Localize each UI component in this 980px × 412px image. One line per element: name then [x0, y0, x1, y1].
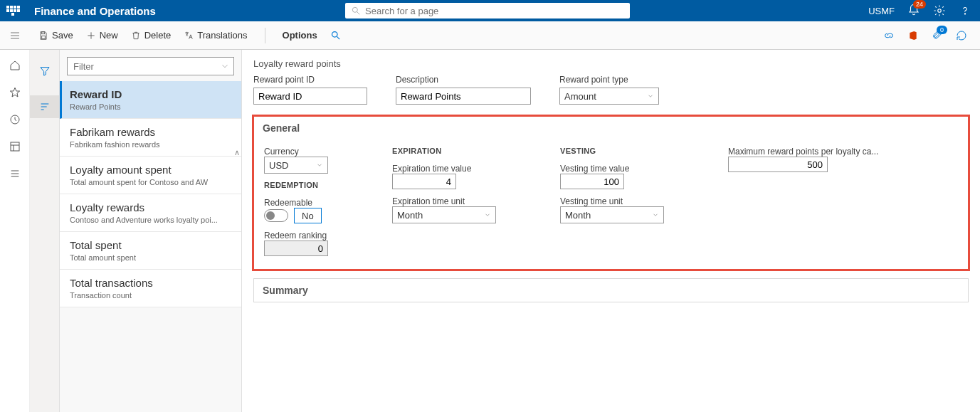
action-pane: Save New Delete Translations Options 0 — [0, 21, 980, 50]
nav-rail — [0, 50, 30, 412]
app-title: Finance and Operations — [34, 5, 156, 17]
sort-icon — [39, 101, 51, 112]
vest-time-value-label: Vesting time value — [560, 164, 664, 174]
vesting-group-head: VESTING — [560, 147, 664, 155]
attachments-button[interactable]: 0 — [932, 28, 943, 42]
options-tab[interactable]: Options — [283, 30, 317, 41]
chevron-down-icon — [316, 162, 323, 169]
list-item-sub: Reward Points — [70, 102, 231, 111]
global-search-input[interactable] — [365, 6, 624, 16]
recent-icon[interactable] — [9, 114, 21, 125]
list-item-sub: Transaction count — [70, 291, 231, 300]
star-icon[interactable] — [9, 87, 21, 98]
max-points-label: Maximum reward points per loyalty ca... — [728, 147, 878, 157]
reward-point-type-label: Reward point type — [559, 75, 659, 85]
reward-point-id-input[interactable] — [253, 88, 367, 105]
exp-time-unit-select[interactable]: Month — [392, 206, 496, 223]
chevron-down-icon — [220, 61, 230, 71]
svg-line-1 — [357, 12, 360, 15]
list-item[interactable]: Total spent Total amount spent — [60, 232, 241, 270]
redeemable-value: No — [294, 208, 322, 223]
svg-point-0 — [352, 7, 357, 12]
delete-label: Delete — [144, 30, 172, 41]
svg-rect-7 — [42, 31, 45, 33]
reward-point-type-select[interactable]: Amount — [559, 88, 659, 105]
currency-label: Currency — [264, 147, 328, 157]
list-item-title: Reward ID — [70, 88, 231, 100]
list-item[interactable]: Fabrikam rewards Fabrikam fashion reward… — [60, 119, 241, 157]
exp-time-value-label: Expiration time value — [392, 164, 496, 174]
translations-label: Translations — [197, 30, 247, 41]
svg-line-12 — [337, 36, 339, 39]
hamburger-icon[interactable] — [9, 30, 21, 41]
svg-rect-14 — [11, 142, 19, 151]
redeem-ranking-input[interactable] — [264, 241, 328, 256]
home-icon[interactable] — [9, 60, 21, 71]
form-content: Loyalty reward points Reward point ID De… — [242, 50, 980, 412]
list-item-title: Loyalty rewards — [70, 201, 231, 213]
vest-time-unit-label: Vesting time unit — [560, 196, 664, 206]
gear-icon[interactable] — [933, 4, 946, 17]
list-item-sub: Fabrikam fashion rewards — [70, 140, 231, 149]
chevron-down-icon — [647, 93, 654, 100]
record-list: Reward ID Reward Points Fabrikam rewards… — [60, 81, 241, 412]
expiration-group-head: EXPIRATION — [392, 147, 496, 155]
reward-point-id-label: Reward point ID — [253, 75, 367, 85]
delete-button[interactable]: Delete — [131, 30, 172, 41]
svg-point-3 — [964, 14, 965, 14]
list-item-title: Fabrikam rewards — [70, 126, 231, 138]
workspace-icon[interactable] — [9, 141, 21, 152]
save-button[interactable]: Save — [38, 30, 73, 41]
chevron-down-icon — [484, 211, 491, 218]
new-label: New — [100, 30, 118, 41]
description-input[interactable] — [396, 88, 531, 105]
exp-time-value-input[interactable] — [392, 174, 456, 189]
exp-time-unit-value: Month — [397, 210, 423, 221]
refresh-icon[interactable] — [956, 30, 967, 41]
currency-value: USD — [269, 160, 288, 171]
record-list-panel: Reward ID Reward Points Fabrikam rewards… — [60, 50, 242, 412]
list-filter[interactable] — [67, 57, 234, 75]
svg-rect-8 — [42, 36, 46, 38]
attach-badge: 0 — [937, 26, 947, 34]
currency-select[interactable]: USD — [264, 157, 328, 174]
action-search-icon[interactable] — [330, 30, 341, 41]
save-label: Save — [52, 30, 73, 41]
funnel-icon — [39, 65, 51, 77]
vest-time-unit-select[interactable]: Month — [560, 206, 664, 223]
search-icon — [351, 6, 361, 16]
list-filter-input[interactable] — [67, 57, 234, 75]
list-item-title: Total transactions — [70, 277, 231, 289]
redeemable-toggle[interactable] — [264, 209, 288, 222]
filter-tab[interactable] — [30, 60, 59, 83]
list-item[interactable]: Reward ID Reward Points — [60, 81, 241, 119]
modules-icon[interactable] — [9, 168, 21, 179]
link-icon[interactable] — [883, 30, 895, 41]
plus-icon — [86, 31, 96, 41]
max-points-input[interactable] — [728, 157, 828, 172]
global-search[interactable] — [345, 3, 630, 19]
summary-section-header[interactable]: Summary — [254, 279, 968, 302]
general-section-header[interactable]: General — [254, 117, 968, 139]
svg-point-2 — [938, 9, 942, 13]
list-filter-rail — [30, 50, 60, 412]
svg-point-11 — [332, 32, 337, 38]
vest-time-value-input[interactable] — [560, 174, 624, 189]
list-item[interactable]: Total transactions Transaction count — [60, 270, 241, 307]
translations-button[interactable]: Translations — [184, 30, 247, 41]
legal-entity[interactable]: USMF — [868, 6, 895, 16]
office-icon[interactable] — [907, 30, 919, 41]
list-item[interactable]: Loyalty rewards Contoso and Adventure wo… — [60, 194, 241, 232]
notifications-button[interactable]: 24 — [907, 4, 920, 19]
description-label: Description — [396, 75, 531, 85]
trash-icon — [131, 31, 141, 41]
new-button[interactable]: New — [86, 30, 118, 41]
redemption-group-head: REDEMPTION — [264, 181, 328, 189]
list-item[interactable]: Loyalty amount spent Total amount spent … — [60, 157, 241, 194]
list-item-title: Loyalty amount spent — [70, 164, 231, 176]
divider — [265, 28, 265, 43]
page-title: Loyalty reward points — [253, 58, 969, 69]
sort-tab[interactable] — [30, 95, 59, 118]
app-launcher-icon[interactable] — [6, 4, 20, 18]
help-icon[interactable] — [959, 4, 971, 17]
